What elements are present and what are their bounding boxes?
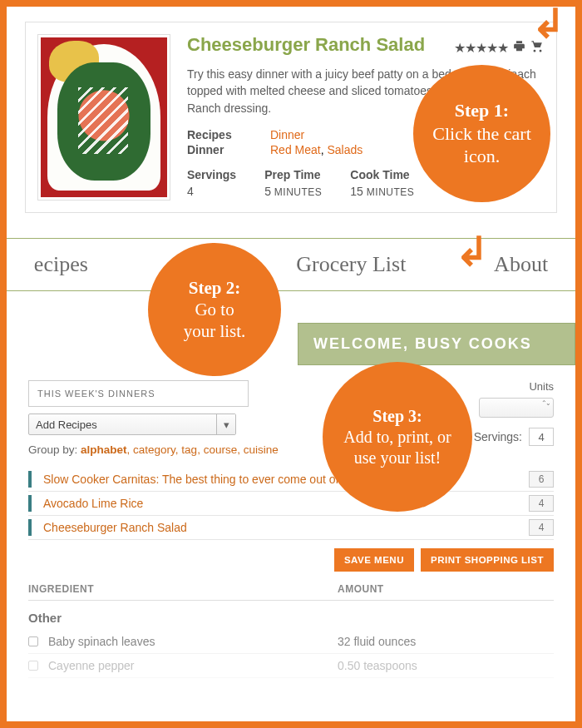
table-row: Baby spinach leaves 32 fluid ounces bbox=[28, 630, 554, 654]
meta-recipes-link[interactable]: Dinner bbox=[270, 128, 304, 141]
groupby-course[interactable]: course bbox=[204, 443, 238, 456]
add-recipes-select[interactable]: Add Recipes bbox=[28, 414, 236, 435]
col-ingredient: INGREDIENT bbox=[28, 583, 338, 595]
meta-redmeat-link[interactable]: Red Meat bbox=[270, 143, 321, 156]
prep-value: 5 bbox=[264, 185, 271, 198]
nav-about[interactable]: About bbox=[494, 252, 548, 277]
servings-label: Servings bbox=[187, 168, 236, 181]
recipe-image bbox=[37, 34, 170, 201]
print-list-button[interactable]: PRINT SHOPPING LIST bbox=[421, 548, 554, 572]
grocery-panel: Add Recipes Group by: alphabet, category… bbox=[7, 365, 575, 685]
prep-label: Prep Time bbox=[264, 168, 322, 181]
groupby-category[interactable]: category bbox=[133, 443, 175, 456]
list-item[interactable]: Slow Cooker Carnitas: The best thing to … bbox=[28, 468, 554, 492]
groupby-alphabet[interactable]: alphabet bbox=[81, 443, 127, 456]
units-label: Units bbox=[529, 380, 554, 393]
groupby-tag[interactable]: tag bbox=[181, 443, 197, 456]
recipe-title: Cheeseburger Ranch Salad bbox=[187, 34, 425, 56]
group-by-row: Group by: alphabet, category, tag, cours… bbox=[28, 443, 279, 456]
cook-label: Cook Time bbox=[350, 168, 414, 181]
units-select[interactable] bbox=[479, 398, 554, 418]
step-3-callout: Step 3: Add to, print, or use your list! bbox=[323, 362, 472, 512]
welcome-banner: WELCOME, BUSY COOKS bbox=[298, 323, 575, 365]
list-item[interactable]: Cheeseburger Ranch Salad4 bbox=[28, 516, 554, 540]
print-icon[interactable] bbox=[512, 39, 526, 57]
servings-value: 4 bbox=[187, 185, 236, 198]
main-nav: ecipes Giv Grocery List About bbox=[0, 238, 582, 291]
save-menu-button[interactable]: SAVE MENU bbox=[334, 548, 414, 572]
ingredient-group: Other bbox=[28, 611, 554, 625]
nav-panel: ecipes Giv Grocery List About WELCOME, B… bbox=[7, 223, 575, 365]
servings-label-grocery: Servings: bbox=[474, 430, 522, 443]
meta-dinner-label: Dinner bbox=[187, 143, 270, 156]
meta-salads-link[interactable]: Salads bbox=[327, 143, 363, 156]
cook-value: 15 bbox=[350, 185, 363, 198]
rating-stars[interactable]: ★★★★★ bbox=[454, 40, 508, 56]
table-row: Cayenne pepper 0.50 teaspoons bbox=[28, 654, 554, 678]
ingredient-checkbox[interactable] bbox=[28, 636, 38, 646]
ingredient-checkbox[interactable] bbox=[28, 661, 38, 671]
col-amount: AMOUNT bbox=[338, 583, 554, 595]
nav-recipes[interactable]: ecipes bbox=[34, 252, 88, 277]
groupby-cuisine[interactable]: cuisine bbox=[244, 443, 279, 456]
recipe-card-panel: Cheeseburger Ranch Salad ★★★★★ Try this … bbox=[7, 7, 575, 223]
recipe-list: Slow Cooker Carnitas: The best thing to … bbox=[28, 468, 554, 540]
list-item[interactable]: Avocado Lime Rice4 bbox=[28, 492, 554, 516]
arrow-icon: ↳ bbox=[456, 228, 489, 275]
servings-input[interactable]: 4 bbox=[529, 428, 554, 446]
nav-grocery-list[interactable]: Grocery List bbox=[296, 252, 406, 277]
arrow-icon: ↳ bbox=[532, 0, 565, 47]
week-input[interactable] bbox=[28, 380, 249, 407]
meta-recipes-label: Recipes bbox=[187, 128, 270, 141]
step-2-callout: Step 2: Go to your list. bbox=[148, 243, 281, 376]
step-1-callout: Step 1: Click the cart icon. bbox=[413, 65, 550, 202]
